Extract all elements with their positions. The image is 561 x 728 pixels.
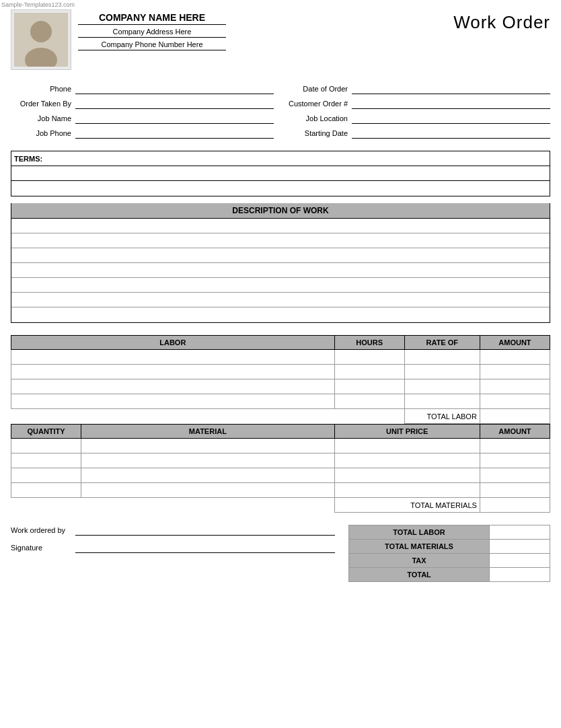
mat-qty-3[interactable] [11,468,81,483]
order-taken-by-field-row: Order Taken By [11,98,274,109]
mat-row-4[interactable] [11,483,550,498]
phone-label: Phone [11,85,71,93]
mat-desc-2[interactable] [81,453,334,468]
job-location-field-row: Job Location [287,113,550,124]
labor-desc-1[interactable] [11,350,335,365]
mat-price-1[interactable] [334,439,480,453]
signature-input[interactable] [75,542,335,553]
labor-col-hours: HOURS [334,336,404,350]
mat-amount-2[interactable] [480,453,550,468]
job-name-field-row: Job Name [11,113,274,124]
date-of-order-input[interactable] [352,83,550,94]
labor-rate-2[interactable] [404,365,480,379]
mat-qty-4[interactable] [11,483,81,498]
labor-hours-1[interactable] [334,350,404,365]
mat-price-2[interactable] [334,453,480,468]
mat-desc-3[interactable] [81,468,334,483]
labor-row-2[interactable] [11,365,550,379]
work-row-4[interactable] [11,263,550,278]
work-row-2[interactable] [11,233,550,248]
labor-amount-3[interactable] [480,379,550,394]
work-row-7[interactable] [11,307,550,322]
mat-row-1[interactable] [11,439,550,453]
description-work-rows [11,219,550,323]
labor-rate-3[interactable] [404,379,480,394]
header-section: COMPANY NAME HERE Company Address Here C… [11,9,550,70]
materials-total-value[interactable] [480,498,550,513]
order-taken-by-label: Order Taken By [11,100,71,108]
labor-row-1[interactable] [11,350,550,365]
labor-amount-4[interactable] [480,394,550,409]
customer-order-input[interactable] [352,98,550,109]
bottom-section: Work ordered by Signature TOTAL LABOR TO… [11,525,550,582]
summary-tax-label: TAX [349,554,490,568]
order-taken-by-input[interactable] [75,98,274,109]
summary-total-labor-label: TOTAL LABOR [349,525,490,540]
mat-qty-1[interactable] [11,439,81,453]
work-row-5[interactable] [11,278,550,293]
mat-col-amount: AMOUNT [480,425,550,439]
labor-desc-3[interactable] [11,379,335,394]
terms-row-1[interactable] [11,166,550,181]
mat-amount-4[interactable] [480,483,550,498]
mat-qty-2[interactable] [11,453,81,468]
mat-col-unit-price: UNIT PRICE [334,425,480,439]
labor-amount-1[interactable] [480,350,550,365]
mat-price-4[interactable] [334,483,480,498]
summary-total-materials-value[interactable] [490,540,550,554]
customer-order-label: Customer Order # [287,100,348,108]
labor-total-value[interactable] [480,409,550,424]
work-row-6[interactable] [11,293,550,307]
labor-row-4[interactable] [11,394,550,409]
labor-desc-2[interactable] [11,365,335,379]
summary-total-label: TOTAL [349,568,490,582]
work-row-3[interactable] [11,248,550,263]
summary-total-labor-value[interactable] [490,525,550,540]
company-address: Company Address Here [78,28,226,38]
labor-hours-4[interactable] [334,394,404,409]
labor-col-labor: LABOR [11,336,335,350]
starting-date-field-row: Starting Date [287,128,550,139]
job-phone-input[interactable] [75,128,274,139]
phone-field-row: Phone [11,83,274,94]
mat-amount-3[interactable] [480,468,550,483]
customer-order-field-row: Customer Order # [287,98,550,109]
job-name-label: Job Name [11,114,71,122]
labor-table: LABOR HOURS RATE OF AMOUNT [11,335,550,424]
summary-row-labor: TOTAL LABOR [349,525,550,540]
labor-row-3[interactable] [11,379,550,394]
watermark-text: Sample-Templates123.com [1,1,75,8]
starting-date-input[interactable] [352,128,550,139]
work-ordered-by-input[interactable] [75,525,335,536]
labor-col-rate: RATE OF [404,336,480,350]
mat-row-2[interactable] [11,453,550,468]
terms-row-2[interactable] [11,181,550,196]
labor-amount-2[interactable] [480,365,550,379]
work-row-1[interactable] [11,219,550,233]
mat-desc-1[interactable] [81,439,334,453]
job-location-input[interactable] [352,113,550,124]
mat-amount-1[interactable] [480,439,550,453]
mat-row-3[interactable] [11,468,550,483]
labor-rate-4[interactable] [404,394,480,409]
description-header: DESCRIPTION OF WORK [11,203,550,219]
labor-rate-1[interactable] [404,350,480,365]
date-of-order-field-row: Date of Order [287,83,550,94]
materials-table: QUANTITY MATERIAL UNIT PRICE AMOUNT [11,424,550,513]
summary-total-value[interactable] [490,568,550,582]
mat-price-3[interactable] [334,468,480,483]
materials-total-row: TOTAL MATERIALS [11,498,550,513]
summary-tax-value[interactable] [490,554,550,568]
company-name: COMPANY NAME HERE [78,12,226,25]
labor-hours-3[interactable] [334,379,404,394]
job-location-label: Job Location [287,114,348,122]
labor-desc-4[interactable] [11,394,335,409]
labor-hours-2[interactable] [334,365,404,379]
phone-input[interactable] [75,83,274,94]
job-name-input[interactable] [75,113,274,124]
summary-table: TOTAL LABOR TOTAL MATERIALS TAX TOTAL [348,525,550,582]
signature-row: Signature [11,542,335,553]
terms-label: TERMS: [14,155,42,163]
terms-header-row: TERMS: [11,151,550,166]
mat-desc-4[interactable] [81,483,334,498]
